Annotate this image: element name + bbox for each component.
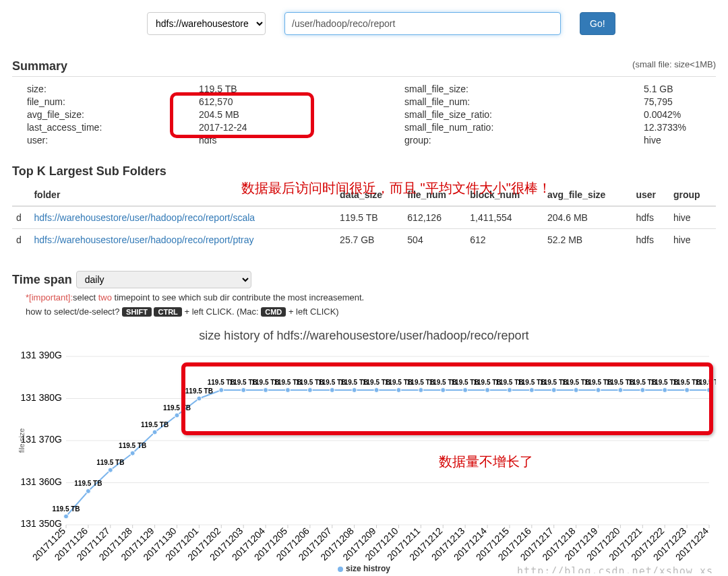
svg-text:131 370G: 131 370G [21, 434, 63, 445]
svg-point-11 [64, 514, 69, 519]
table-row: dhdfs://warehousestore/user/hadoop/reco/… [12, 206, 716, 229]
hint-star: *[important]: [26, 292, 73, 302]
svg-text:131 390G: 131 390G [21, 350, 63, 360]
svg-point-43 [419, 388, 423, 393]
svg-text:119.5 TB: 119.5 TB [185, 387, 213, 395]
svg-text:file size: file size [18, 428, 26, 453]
svg-point-55 [551, 388, 556, 393]
svg-point-49 [485, 388, 490, 393]
svg-text:119.5 TB: 119.5 TB [141, 421, 169, 428]
watermark: http://blog.csdn.net/xshow_xs [517, 565, 713, 573]
svg-point-35 [330, 388, 334, 393]
svg-point-25 [219, 388, 224, 393]
summary-title: Summary (small file: size<1MB) [12, 59, 716, 77]
chart-container: size history of hdfs://warehousestore/us… [12, 329, 716, 573]
svg-text:119.5 TB: 119.5 TB [52, 505, 80, 513]
kbd-cmd: CMD [261, 307, 286, 317]
svg-point-27 [241, 388, 246, 393]
svg-point-21 [175, 413, 179, 418]
svg-point-37 [352, 388, 357, 393]
svg-point-67 [685, 388, 690, 393]
go-button[interactable]: Go! [580, 12, 615, 35]
folder-link[interactable]: hdfs://warehousestore/user/hadoop/reco/r… [34, 212, 255, 223]
time-span-select[interactable]: daily [76, 271, 251, 288]
svg-text:119.5 TB: 119.5 TB [119, 442, 146, 449]
table-row: dhdfs://warehousestore/user/hadoop/reco/… [12, 229, 716, 251]
svg-text:119.5 TB: 119.5 TB [96, 459, 124, 466]
svg-point-63 [640, 388, 645, 393]
svg-point-13 [86, 489, 90, 494]
summary-title-text: Summary [12, 59, 67, 73]
svg-point-23 [197, 396, 202, 401]
svg-point-31 [285, 388, 290, 393]
topbar: hdfs://warehousestore Go! [12, 0, 716, 54]
svg-point-59 [596, 388, 601, 393]
svg-text:131 350G: 131 350G [21, 518, 63, 529]
svg-text:131 380G: 131 380G [21, 392, 63, 403]
chart-title: size history of hdfs://warehousestore/us… [12, 329, 716, 343]
scheme-select[interactable]: hdfs://warehousestore [147, 12, 266, 35]
size-history-chart[interactable]: 131 350G131 360G131 370G131 380G131 390G… [12, 350, 716, 565]
summary-block: size:file_num:avg_file_size:last_access_… [12, 79, 716, 159]
svg-point-57 [574, 388, 578, 393]
svg-point-47 [463, 388, 468, 393]
svg-text:119.5 TB: 119.5 TB [74, 480, 102, 487]
small-file-note: (small file: size<1MB) [632, 59, 716, 69]
svg-text:119.5 TB: 119.5 TB [163, 404, 191, 412]
hint-line-2: how to select/de-select? SHIFT CTRL + le… [26, 307, 716, 317]
kbd-shift: SHIFT [122, 307, 152, 317]
svg-point-15 [108, 468, 113, 472]
svg-point-61 [618, 388, 623, 393]
svg-point-39 [374, 388, 379, 393]
svg-point-41 [396, 388, 401, 393]
svg-text:119.5 TB: 119.5 TB [695, 379, 716, 386]
svg-point-19 [152, 430, 157, 435]
svg-point-69 [707, 388, 712, 393]
svg-point-33 [307, 388, 312, 393]
svg-point-53 [529, 388, 534, 393]
svg-point-51 [507, 388, 512, 393]
svg-point-29 [264, 388, 268, 393]
kbd-ctrl: CTRL [154, 307, 181, 317]
path-input[interactable] [284, 12, 561, 35]
time-span-label: Time span [12, 273, 72, 287]
svg-point-45 [441, 388, 446, 393]
annotation-1: 数据最后访问时间很近，而且 "平均文件大小"很棒！ [241, 179, 551, 197]
folder-link[interactable]: hdfs://warehousestore/user/hadoop/reco/r… [34, 234, 253, 245]
svg-text:131 360G: 131 360G [21, 476, 63, 487]
svg-point-17 [130, 451, 135, 455]
annotation-2: 数据量不增长了 [439, 453, 533, 471]
hint-line-1: *[important]:select two timepoint to see… [26, 292, 716, 302]
time-span-row: Time span daily [12, 271, 716, 288]
svg-point-65 [663, 388, 667, 393]
